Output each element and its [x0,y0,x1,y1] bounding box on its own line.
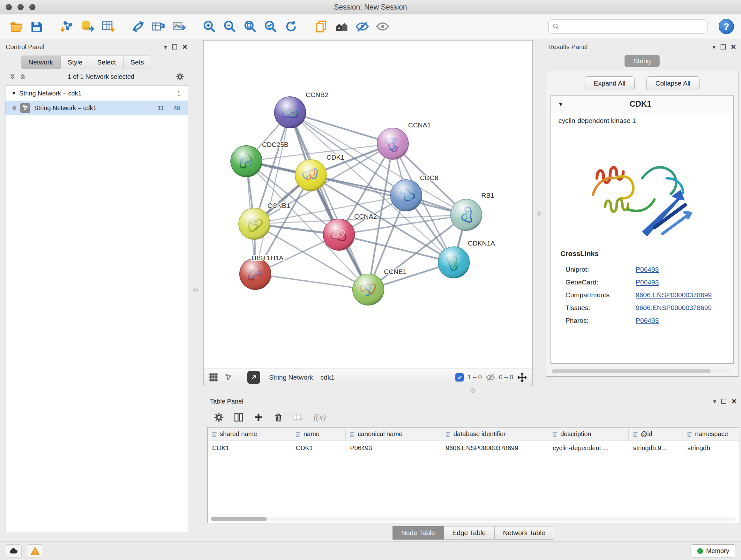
column-header[interactable]: shared name [208,428,291,441]
network-node-HIST1H1A[interactable]: HIST1H1A [240,254,283,290]
warnings-button[interactable] [27,544,44,558]
export-table-button[interactable] [149,17,168,36]
network-node-CDKN1A[interactable]: CDKN1A [438,240,495,278]
crosslink-link[interactable]: P06493 [636,266,659,273]
table-settings-gear-icon[interactable] [214,412,224,422]
network-edge-CCNB2-HIST1H1A[interactable] [255,112,290,274]
close-panel-icon[interactable]: × [731,43,736,51]
expand-all-button[interactable]: Expand All [585,76,635,90]
collapse-section-icon[interactable]: ▾ [559,100,562,108]
close-window-button[interactable] [6,4,12,10]
open-session-button[interactable] [7,17,25,36]
cell-database-identifier[interactable]: 9606.ENSP00000378699 [441,444,548,452]
collapse-all-icon[interactable] [9,73,16,80]
export-image-button[interactable] [170,17,188,36]
column-header[interactable]: name [291,428,346,441]
column-header[interactable]: description [548,428,629,441]
cloud-status-button[interactable] [5,544,22,558]
string-tab-badge[interactable]: String [624,55,660,67]
bottom-splitter-handle[interactable] [470,388,475,393]
save-session-button[interactable] [27,17,46,36]
function-builder-icon[interactable]: f(x) [313,412,326,422]
open-in-new-window-button[interactable] [247,371,260,384]
panel-menu-icon[interactable]: ▾ [713,44,716,50]
protein-card-header[interactable]: ▾ CDK1 [551,96,733,112]
network-node-RB1[interactable]: RB1 [451,192,494,231]
pan-crosshair-icon[interactable] [517,372,527,382]
table-row[interactable]: CDK1 CDK1 P06493 9606.ENSP00000378699 cy… [208,441,739,455]
select-columns-icon[interactable] [233,412,244,422]
network-edge-CCNB2-CCNA1[interactable] [290,112,393,144]
network-collection-row[interactable]: ▾ String Network – cdk1 1 [5,86,188,101]
network-node-CCNB2[interactable]: CCNB2 [274,91,328,128]
network-from-selection-button[interactable] [129,17,147,36]
table-horizontal-scrollbar[interactable] [211,517,736,521]
column-header[interactable]: namespace [683,428,739,441]
copy-document-button[interactable] [312,17,331,36]
crosslink-link[interactable]: 9606.ENSP00000378699 [636,291,712,299]
gear-icon[interactable] [176,72,184,81]
cell-name[interactable]: CDK1 [291,444,346,452]
add-column-icon[interactable] [253,412,264,422]
zoom-window-button[interactable] [29,4,36,10]
network-node-CCNB1[interactable]: CCNB1 [239,202,290,240]
network-row-selected[interactable]: String Network – cdk1 11 48 [5,101,188,115]
panel-menu-icon[interactable]: ▾ [713,398,717,405]
tab-network-table[interactable]: Network Table [494,526,554,540]
tab-network[interactable]: Network [21,56,60,69]
delete-column-trash-icon[interactable] [273,412,283,422]
zoom-fit-button[interactable] [241,17,259,36]
scrollbar-thumb[interactable] [211,517,267,521]
import-table-from-file-button[interactable] [98,17,117,36]
crosslink-link[interactable]: P06493 [636,278,659,286]
show-graphics-details-button[interactable] [374,17,392,36]
cell-shared-name[interactable]: CDK1 [208,444,291,452]
column-header[interactable]: @id [629,428,683,441]
apply-layout-button[interactable] [282,17,300,36]
tab-node-table[interactable]: Node Table [393,526,444,540]
float-panel-icon[interactable] [721,44,726,50]
cell-canonical-name[interactable]: P06493 [346,444,441,452]
close-panel-icon[interactable]: × [182,43,187,51]
panel-menu-icon[interactable]: ▾ [164,44,167,50]
import-network-from-file-button[interactable] [58,17,76,36]
cell-id[interactable]: stringdb:9... [629,444,683,452]
crosslink-link[interactable]: P06493 [636,317,659,324]
string-home-button[interactable] [333,17,351,36]
float-panel-icon[interactable] [721,399,726,404]
tab-style[interactable]: Style [60,56,90,69]
scrollbar-thumb[interactable] [552,369,711,373]
network-view-icon[interactable] [223,373,233,382]
tab-select[interactable]: Select [90,56,123,69]
expand-all-icon[interactable] [19,73,26,80]
column-header[interactable]: canonical name [346,428,441,441]
memory-button[interactable]: Memory [690,544,736,557]
zoom-selected-button[interactable] [261,17,280,36]
crosslink-link[interactable]: 9606.ENSP00000378699 [636,304,712,312]
grid-view-icon[interactable] [209,373,218,382]
import-network-from-database-button[interactable] [78,17,97,36]
results-horizontal-scrollbar[interactable] [552,369,732,373]
selection-checkbox[interactable] [455,373,464,381]
hidden-eye-slash-icon[interactable] [486,373,495,382]
column-header[interactable]: database identifier [441,428,548,441]
network-node-CDK1[interactable]: CDK1 [295,153,344,191]
zoom-out-button[interactable] [220,17,239,36]
search-input[interactable] [562,23,704,30]
network-edge-CCNB2-CCNE1[interactable] [290,112,368,290]
collapse-all-button[interactable]: Collapse All [646,76,700,90]
help-button[interactable]: ? [719,19,734,34]
network-node-CCNA1[interactable]: CCNA1 [377,121,431,159]
cell-description[interactable]: cyclin-dependent ... [548,444,629,452]
left-splitter-handle[interactable] [193,288,198,292]
minimize-window-button[interactable] [17,4,23,10]
tab-edge-table[interactable]: Edge Table [444,526,494,540]
close-panel-icon[interactable]: × [731,397,737,406]
zoom-in-button[interactable] [200,17,219,36]
tab-sets[interactable]: Sets [123,56,151,69]
right-splitter-handle[interactable] [537,211,541,215]
cell-namespace[interactable]: stringdb [683,444,739,452]
hide-graphics-details-button[interactable] [353,17,372,36]
network-canvas[interactable]: CCNB2CCNA1CDC25BCDK1CDC6RB1CCNB1CCNA2CDK… [204,41,532,368]
float-panel-icon[interactable] [172,44,177,50]
